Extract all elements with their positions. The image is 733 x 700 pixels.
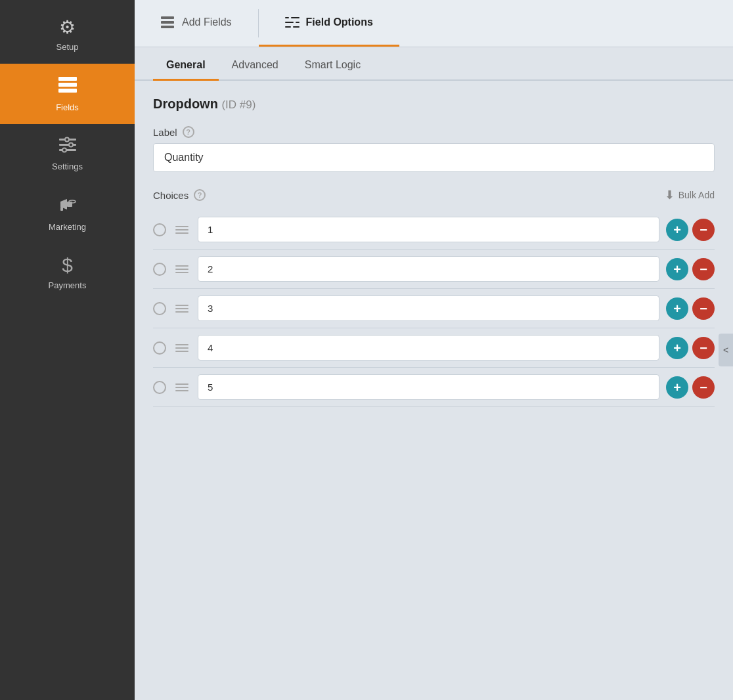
choices-header: Choices ? ⬇ Bulk Add [153,188,715,202]
choice-radio-4[interactable] [153,381,166,394]
choice-actions-2: + − [666,297,715,320]
svg-rect-0 [58,77,77,81]
remove-choice-button-2[interactable]: − [692,297,715,320]
svg-rect-20 [285,22,294,23]
choice-input-3[interactable] [198,335,659,361]
remove-choice-button-4[interactable]: − [692,376,715,399]
add-choice-button-2[interactable]: + [666,297,688,320]
svg-rect-18 [285,17,289,18]
choices-text: Choices [153,190,189,201]
tab-field-options-label: Field Options [306,16,373,28]
svg-rect-6 [59,144,70,146]
choice-actions-3: + − [666,337,715,359]
add-choice-button-4[interactable]: + [666,376,688,399]
svg-rect-16 [161,21,174,24]
bulk-add-icon: ⬇ [665,188,675,202]
collapse-handle[interactable]: < [719,334,733,366]
svg-rect-1 [58,83,77,87]
remove-choice-button-3[interactable]: − [692,337,715,359]
sidebar-label-setup: Setup [56,42,79,52]
choice-row: + − [153,289,715,328]
choice-actions-4: + − [666,376,715,399]
field-options-content: Dropdown (ID #9) Label ? Choices ? ⬇ Bul… [135,81,733,700]
sidebar-item-marketing[interactable]: Marketing [0,183,135,244]
choice-row: + − [153,368,715,407]
choice-radio-1[interactable] [153,263,166,276]
tab-field-options[interactable]: Field Options [259,0,399,47]
bulk-add-label: Bulk Add [678,190,715,200]
bulk-add-button[interactable]: ⬇ Bulk Add [665,188,715,202]
sidebar-item-fields[interactable]: Fields [0,64,135,124]
svg-point-8 [69,143,73,147]
choices-label-group: Choices ? [153,189,206,201]
choice-input-4[interactable] [198,374,659,400]
svg-rect-23 [293,26,300,28]
drag-handle-3[interactable] [173,343,191,353]
settings-icon [58,136,78,156]
choice-row: + − [153,328,715,368]
choices-help-icon[interactable]: ? [194,189,206,201]
drag-handle-1[interactable] [173,264,191,274]
choice-radio-2[interactable] [153,302,166,315]
payments-icon: $ [62,255,73,275]
fields-icon [57,76,78,97]
label-text: Label [153,127,177,138]
marketing-icon [58,195,78,217]
svg-rect-19 [291,17,300,18]
sidebar-label-marketing: Marketing [49,222,86,232]
svg-rect-21 [296,22,300,23]
subtab-advanced[interactable]: Advanced [219,50,292,81]
remove-choice-button-1[interactable]: − [692,258,715,280]
tab-add-fields[interactable]: Add Fields [135,0,258,47]
drag-handle-4[interactable] [173,382,191,393]
remove-choice-button-0[interactable]: − [692,219,715,241]
choice-row: + − [153,250,715,289]
svg-rect-13 [60,207,63,211]
choice-input-2[interactable] [198,295,659,321]
svg-rect-2 [58,89,77,93]
sidebar-label-settings: Settings [52,162,83,171]
sidebar-item-settings[interactable]: Settings [0,124,135,183]
field-title: Dropdown (ID #9) [153,97,715,112]
svg-rect-10 [66,149,76,151]
add-fields-icon [161,16,175,29]
choice-radio-0[interactable] [153,223,166,236]
svg-rect-17 [161,26,174,28]
svg-point-5 [65,138,69,142]
subtab-general[interactable]: General [153,50,219,81]
drag-handle-2[interactable] [173,303,191,314]
svg-rect-15 [161,16,174,19]
sidebar-item-payments[interactable]: $ Payments [0,244,135,302]
gear-icon: ⚙ [59,18,76,37]
choice-radio-3[interactable] [153,341,166,355]
choice-row: + − [153,210,715,250]
drag-handle-0[interactable] [173,225,191,235]
sidebar-item-setup[interactable]: ⚙ Setup [0,7,135,64]
add-choice-button-0[interactable]: + [666,219,688,241]
svg-point-11 [62,148,66,152]
sidebar-label-fields: Fields [56,102,79,112]
label-input[interactable] [153,143,715,172]
add-choice-button-3[interactable]: + [666,337,688,359]
subtab-smart-logic[interactable]: Smart Logic [292,50,374,81]
label-help-icon[interactable]: ? [183,126,194,138]
choice-input-1[interactable] [198,256,659,282]
sub-tabs-bar: General Advanced Smart Logic [135,50,733,81]
choice-input-0[interactable] [198,217,659,242]
choice-actions-0: + − [666,219,715,241]
choices-list: + − + − + − [153,210,715,407]
tab-add-fields-label: Add Fields [182,16,232,28]
choice-actions-1: + − [666,258,715,280]
sidebar-label-payments: Payments [49,280,87,290]
svg-rect-22 [285,26,291,28]
sidebar: ⚙ Setup Fields Set [0,0,135,700]
label-section-header: Label ? [153,126,715,138]
add-choice-button-1[interactable]: + [666,258,688,280]
main-panel: Add Fields Field Options General Advance… [135,0,733,700]
field-options-icon [285,16,300,29]
top-tabs-bar: Add Fields Field Options [135,0,733,47]
